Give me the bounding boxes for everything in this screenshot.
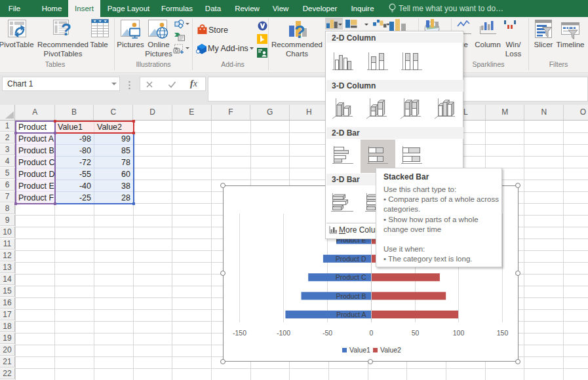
svg-text:50: 50 [412, 329, 420, 337]
svg-text:Product D: Product D [336, 255, 366, 263]
svg-text:-150: -150 [233, 329, 246, 337]
svg-text:?: ? [61, 20, 71, 39]
svg-text:Product B: Product B [336, 292, 366, 300]
svg-text:?: ? [294, 22, 305, 40]
svg-text:150: 150 [497, 329, 509, 337]
svg-text:100: 100 [453, 329, 465, 337]
svg-text:Value2: Value2 [380, 346, 401, 354]
svg-text:0: 0 [370, 329, 374, 337]
svg-text:Product A: Product A [336, 311, 366, 318]
svg-text:Product C: Product C [336, 273, 366, 281]
svg-text:Value1: Value1 [349, 346, 370, 354]
svg-text:-100: -100 [277, 329, 290, 337]
svg-text:-50: -50 [323, 329, 332, 337]
